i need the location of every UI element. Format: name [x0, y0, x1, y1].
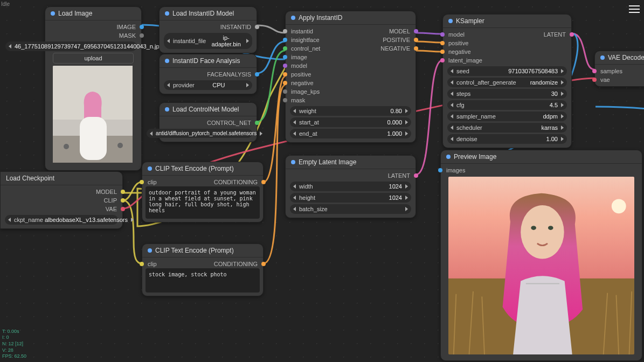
- node-load-controlnet[interactable]: Load ControlNet Model CONTROL_NET antid/…: [159, 102, 257, 142]
- node-title: Load Image: [58, 10, 92, 17]
- out-conditioning[interactable]: CONDITIONING: [212, 178, 260, 186]
- out-latent[interactable]: LATENT: [289, 171, 412, 180]
- positive-prompt[interactable]: [146, 186, 260, 219]
- out-clip[interactable]: CLIP: [4, 196, 119, 205]
- node-title: Load ControlNet Model: [172, 106, 239, 113]
- canvas[interactable]: Load Image IMAGE MASK 46_177510891297397…: [0, 0, 644, 362]
- node-title: Preview Image: [454, 153, 496, 161]
- negative-prompt[interactable]: [146, 268, 260, 293]
- node-dot: [165, 107, 169, 112]
- in-vae[interactable]: vae: [598, 75, 644, 84]
- cfg-widget[interactable]: cfg4.5: [447, 100, 567, 110]
- node-face-analysis[interactable]: InstantID Face Analysis FACEANALYSIS pro…: [159, 54, 257, 94]
- node-title: KSampler: [456, 17, 484, 25]
- height-widget[interactable]: height1024: [290, 193, 411, 203]
- node-dot: [291, 160, 295, 164]
- in-positive[interactable]: positive: [446, 39, 568, 47]
- node-title: CLIP Text Encode (Prompt): [155, 165, 234, 172]
- node-title: Apply InstantID: [299, 14, 342, 22]
- metrics: T: 0.00sI: 0 N: 12 [12]V: 28FPS: 62.50: [2, 329, 26, 360]
- steps-widget[interactable]: steps30: [447, 89, 567, 99]
- node-load-image[interactable]: Load Image IMAGE MASK 46_177510891297397…: [45, 6, 142, 171]
- image-file-selector[interactable]: 46_17751089129739747_6956370451231440043…: [5, 41, 137, 51]
- scheduler-widget[interactable]: schedulerkarras: [447, 123, 567, 133]
- out-faceanalysis[interactable]: FACEANALYSIS: [163, 70, 253, 79]
- node-dot: [51, 11, 55, 16]
- output-image: [448, 177, 634, 354]
- node-dot: [148, 248, 152, 253]
- node-apply-instantid[interactable]: Apply InstantID instantid insightface co…: [285, 11, 416, 143]
- weight-widget[interactable]: weight0.80: [290, 106, 411, 116]
- node-title: CLIP Text Encode (Prompt): [155, 247, 234, 254]
- ckpt-selector[interactable]: ckpt_name albedobaseXL_v13.safetensors: [5, 215, 118, 225]
- in-latent[interactable]: latent_image: [446, 56, 568, 65]
- end-at-widget[interactable]: end_at1.000: [290, 129, 411, 138]
- svg-point-5: [64, 144, 69, 149]
- out-controlnet[interactable]: CONTROL_NET: [163, 119, 253, 127]
- out-instantid[interactable]: INSTANTID: [163, 23, 253, 31]
- node-dot: [600, 55, 605, 60]
- out-model[interactable]: MODEL: [378, 27, 412, 36]
- upload-button[interactable]: upload: [53, 53, 134, 64]
- node-dot: [446, 155, 451, 159]
- node-dot: [148, 166, 152, 171]
- node-dot: [448, 19, 453, 23]
- in-image[interactable]: image: [289, 53, 412, 61]
- node-title: Empty Latent Image: [299, 158, 356, 166]
- instantid-file[interactable]: instantid_file ip-adapter.bin: [164, 33, 252, 49]
- node-title: Load InstantID Model: [172, 10, 234, 17]
- loaded-image-preview: [53, 66, 134, 164]
- out-latent[interactable]: LATENT: [542, 30, 568, 39]
- in-clip[interactable]: clip: [146, 178, 159, 186]
- node-title: VAE Decode: [608, 54, 644, 61]
- in-clip[interactable]: clip: [146, 260, 159, 268]
- in-negative[interactable]: negative: [446, 47, 568, 56]
- out-model[interactable]: MODEL: [4, 187, 119, 196]
- out-mask[interactable]: MASK: [49, 31, 138, 40]
- status-text: Idle: [1, 1, 10, 7]
- width-widget[interactable]: width1024: [290, 182, 411, 191]
- sampler-widget[interactable]: sampler_nameddpm: [447, 112, 567, 121]
- node-title: Load Checkpoint: [6, 175, 54, 182]
- in-samples[interactable]: samples: [598, 67, 644, 75]
- svg-point-18: [548, 226, 553, 230]
- in-model[interactable]: model: [289, 61, 412, 70]
- in-mask[interactable]: mask: [289, 96, 412, 105]
- provider-selector[interactable]: providerCPU: [164, 80, 252, 90]
- controlnet-file[interactable]: antid/diffusion_pytorch_model.safetensor…: [147, 129, 252, 138]
- node-clip-negative[interactable]: CLIP Text Encode (Prompt) clip CONDITION…: [142, 243, 264, 296]
- out-image[interactable]: IMAGE: [49, 23, 138, 31]
- out-negative[interactable]: NEGATIVE: [378, 44, 412, 53]
- in-image-kps[interactable]: image_kps: [289, 87, 412, 96]
- out-vae[interactable]: VAE: [4, 205, 119, 213]
- node-clip-positive[interactable]: CLIP Text Encode (Prompt) clip CONDITION…: [142, 162, 264, 222]
- svg-point-8: [612, 199, 626, 213]
- node-preview-image[interactable]: Preview Image images: [440, 150, 642, 361]
- node-dot: [165, 11, 169, 16]
- out-conditioning[interactable]: CONDITIONING: [212, 260, 260, 268]
- node-vae-decode[interactable]: VAE Decode samples vae: [594, 51, 644, 87]
- in-images[interactable]: images: [444, 166, 639, 175]
- svg-point-6: [117, 143, 123, 148]
- svg-rect-4: [80, 117, 107, 160]
- node-load-checkpoint[interactable]: Load Checkpoint MODEL CLIP VAE ckpt_name…: [0, 171, 123, 229]
- seed-widget[interactable]: seed971030767508483: [447, 66, 567, 76]
- node-dot: [291, 16, 295, 20]
- start-at-widget[interactable]: start_at0.000: [290, 117, 411, 127]
- batch-widget[interactable]: batch_size: [290, 204, 411, 214]
- svg-point-16: [521, 205, 564, 259]
- out-positive[interactable]: POSITIVE: [378, 36, 412, 44]
- cag-widget[interactable]: control_after_generaterandomize: [447, 78, 567, 87]
- node-load-instantid[interactable]: Load InstantID Model INSTANTID instantid…: [159, 6, 257, 53]
- node-dot: [165, 59, 169, 63]
- denoise-widget[interactable]: denoise1.00: [447, 134, 567, 144]
- node-empty-latent[interactable]: Empty Latent Image LATENT width1024 heig…: [285, 155, 416, 218]
- in-positive[interactable]: positive: [289, 70, 412, 79]
- node-title: InstantID Face Analysis: [172, 57, 240, 65]
- in-negative[interactable]: negative: [289, 79, 412, 87]
- hamburger-icon[interactable]: [629, 3, 640, 15]
- node-ksampler[interactable]: KSampler model positive negative latent_…: [442, 14, 572, 148]
- svg-point-17: [531, 226, 536, 230]
